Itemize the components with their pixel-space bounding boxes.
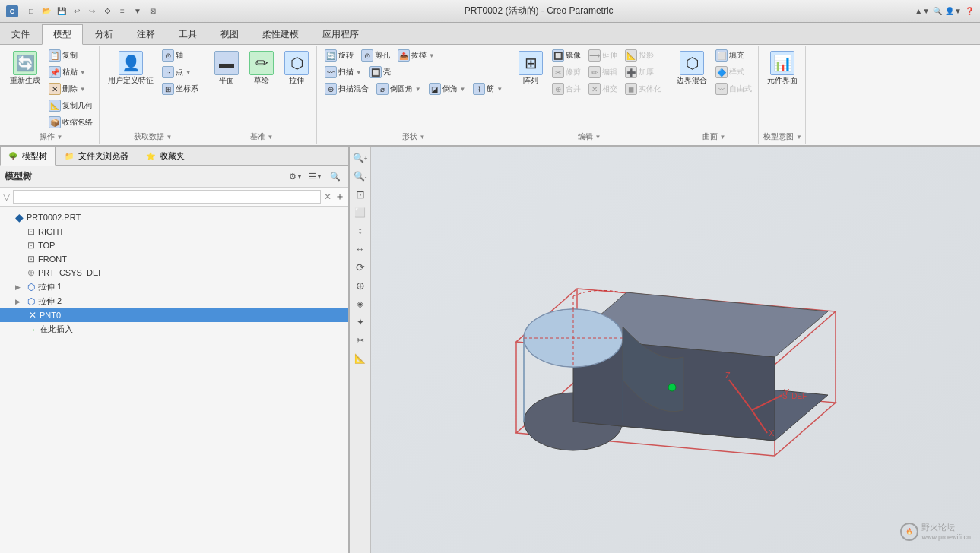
btn-project[interactable]: 📐 投影 (622, 48, 657, 63)
btn-freestyle[interactable]: 〰 自由式 (712, 81, 755, 96)
tab-view[interactable]: 视图 (209, 24, 250, 44)
tab-file[interactable]: 文件 (0, 24, 41, 44)
search-add-btn[interactable]: ＋ (335, 190, 345, 204)
btn-round[interactable]: ⌀ 倒圆角 ▼ (373, 81, 424, 96)
btn-copy[interactable]: 📋 复制 (46, 48, 96, 63)
btn-extrude[interactable]: ⬡ 拉伸 (280, 48, 313, 89)
btn-sketch[interactable]: ✏ 草绘 (245, 48, 278, 89)
btn-merge[interactable]: ⊕ 合并 (549, 81, 584, 96)
tab-model[interactable]: 模型 (42, 24, 83, 45)
btn-csys[interactable]: ⊞ 坐标系 (159, 81, 201, 96)
tab-annotation[interactable]: 注释 (125, 24, 167, 44)
btn-delete[interactable]: ✕ 删除 ▼ (46, 81, 96, 96)
root-label: PRT0002.PRT (27, 213, 81, 222)
extrude2-icon: ⬡ (27, 296, 35, 307)
zoom-fit-btn[interactable]: ⊡ (352, 186, 369, 203)
tree-columns-btn[interactable]: ☰▼ (307, 168, 324, 185)
tree-item-extrude1[interactable]: ▶ ⬡ 拉伸 1 (0, 280, 348, 294)
tree-item-front[interactable]: ⊡ FRONT (0, 252, 348, 266)
qbtn-redo[interactable]: ↪ (85, 5, 99, 18)
btn-draft[interactable]: 📤 拔模 ▼ (395, 48, 438, 63)
btn-revolve[interactable]: 🔄 旋转 (322, 48, 357, 63)
tab-folder-browser[interactable]: 📁 文件夹浏览器 (56, 147, 137, 165)
btn-hole[interactable]: ⊙ 剪孔 (358, 48, 393, 63)
btn-thicken[interactable]: ➕ 加厚 (622, 65, 657, 80)
btn-pattern[interactable]: ⊞ 阵列 (514, 48, 547, 89)
btn-copy-geom[interactable]: 📐 复制几何 (46, 98, 96, 113)
3d-model: Z Y X S_DEF (455, 205, 896, 509)
tree-item-insert[interactable]: → 在此插入 (0, 322, 348, 337)
ribbon: 文件 模型 分析 注释 工具 视图 柔性建模 应用程序 🔄 重新生成 📋 复制 (0, 23, 980, 147)
tab-favorites[interactable]: ⭐ 收藏夹 (138, 147, 193, 165)
qbtn-regen[interactable]: ⚙ (100, 5, 114, 18)
tree-item-extrude2[interactable]: ▶ ⬡ 拉伸 2 (0, 294, 348, 308)
tab-tools[interactable]: 工具 (167, 24, 208, 44)
qbtn-new[interactable]: □ (24, 5, 38, 18)
top-label: TOP (38, 241, 55, 250)
btn-rib[interactable]: ⌇ 筋 ▼ (470, 81, 506, 96)
qbtn-save[interactable]: 💾 (55, 5, 68, 18)
group-label-surface: 曲面 ▼ (673, 130, 755, 142)
tree-item-right[interactable]: ⊡ RIGHT (0, 225, 348, 239)
section-btn[interactable]: ✂ (352, 332, 369, 349)
btn-extend[interactable]: ⟶ 延伸 (585, 48, 620, 63)
btn-regenerate[interactable]: 🔄 重新生成 (6, 48, 44, 89)
zoom-in-btn[interactable]: 🔍+ (352, 150, 369, 166)
extrude2-label: 拉伸 2 (38, 295, 62, 307)
zoom-out-btn[interactable]: 🔍- (352, 168, 369, 185)
tree-item-root[interactable]: ◆ PRT0002.PRT (0, 210, 348, 225)
btn-trim[interactable]: ✂ 修剪 (549, 65, 584, 80)
rotate-btn[interactable]: ⟳ (352, 259, 369, 276)
qbtn-open[interactable]: 📂 (40, 5, 53, 18)
pan-horizontal-btn[interactable]: ↔ (352, 241, 369, 258)
front-label: FRONT (38, 254, 67, 264)
viewport: Z Y X S_DEF 🔥 野火论坛 w (371, 147, 980, 553)
tree-search-btn[interactable]: 🔍 (327, 168, 344, 185)
qbtn-close[interactable]: ⊠ (146, 5, 160, 18)
btn-mirror[interactable]: 🔲 镜像 (549, 48, 584, 63)
watermark: 🔥 野火论坛 www.proewifi.cn (900, 522, 971, 541)
tab-analysis[interactable]: 分析 (84, 24, 125, 44)
btn-intersect[interactable]: ✕ 相交 (585, 81, 620, 96)
qbtn-arrow[interactable]: ▼ (131, 5, 144, 18)
btn-boundary-blend[interactable]: ⬡ 边界混合 (673, 48, 711, 89)
btn-edit2[interactable]: ✏ 编辑 (585, 65, 620, 80)
btn-solidify[interactable]: ◼ 实体化 (622, 81, 664, 96)
btn-sweep[interactable]: 〰 扫描 ▼ (322, 65, 365, 80)
tree-content: ◆ PRT0002.PRT ⊡ RIGHT ⊡ TOP ⊡ FRONT (0, 207, 348, 553)
tab-model-tree[interactable]: 🌳 模型树 (0, 147, 56, 166)
tree-toolbar: 模型树 ⚙▼ ☰▼ 🔍 (0, 166, 348, 188)
zoom-window-btn[interactable]: ⬜ (352, 204, 369, 221)
orient-btn[interactable]: ✦ (352, 314, 369, 330)
tab-apps[interactable]: 应用程序 (311, 24, 370, 44)
btn-component-interface[interactable]: 📊 元件界面 (763, 48, 801, 89)
search-clear-btn[interactable]: ✕ (324, 191, 331, 202)
btn-style[interactable]: 🔷 样式 (712, 65, 755, 80)
btn-fill[interactable]: ⬜ 填充 (712, 48, 755, 63)
btn-shell[interactable]: 🔲 壳 (366, 65, 394, 80)
search-input[interactable] (13, 190, 321, 204)
btn-axis[interactable]: ⊙ 轴 (159, 48, 201, 63)
tree-item-pnt0[interactable]: ✕ PNT0 (0, 308, 348, 322)
ribbon-content: 🔄 重新生成 📋 复制 📌 粘贴 ▼ ✕ 删除 ▼ (0, 45, 980, 145)
tree-item-top[interactable]: ⊡ TOP (0, 239, 348, 252)
btn-plane[interactable]: ▬ 平面 (210, 48, 243, 89)
tab-flex[interactable]: 柔性建模 (251, 24, 310, 44)
tree-settings-btn[interactable]: ⚙▼ (287, 168, 304, 185)
model-tree-icon: 🌳 (8, 152, 17, 160)
qbtn-more[interactable]: ≡ (116, 5, 129, 18)
filter-icon: ▽ (3, 191, 10, 202)
btn-swept-blend[interactable]: ⊕ 扫描混合 (322, 81, 372, 96)
qbtn-undo[interactable]: ↩ (70, 5, 84, 18)
normal-view-btn[interactable]: ⊕ (352, 277, 369, 294)
btn-shrinkwrap[interactable]: 📦 收缩包络 (46, 115, 96, 130)
btn-point[interactable]: ·· 点 ▼ (159, 65, 201, 80)
ribbon-group-getdata: 👤 用户定义特征 ⊙ 轴 ·· 点 ▼ ⊞ 坐标系 (101, 46, 205, 144)
annotation-btn[interactable]: 📐 (352, 350, 369, 367)
btn-paste[interactable]: 📌 粘贴 ▼ (46, 65, 96, 80)
btn-udf[interactable]: 👤 用户定义特征 (104, 48, 157, 89)
tree-item-csys[interactable]: ⊕ PRT_CSYS_DEF (0, 266, 348, 280)
btn-chamfer[interactable]: ◪ 倒角 ▼ (426, 81, 469, 96)
pan-vertical-btn[interactable]: ↕ (352, 223, 369, 239)
shade-btn[interactable]: ◈ (352, 295, 369, 312)
